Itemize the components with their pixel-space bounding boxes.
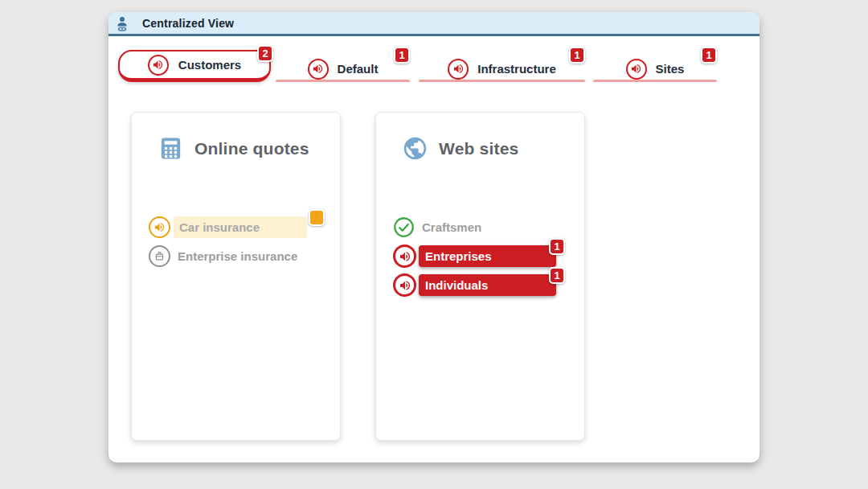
service-row-craftsmen[interactable]: Craftsmen xyxy=(393,216,576,238)
globe-icon xyxy=(402,135,428,162)
speaker-icon xyxy=(393,273,416,297)
service-label: Car insurance xyxy=(179,220,260,234)
tab-sites[interactable]: Sites 1 xyxy=(593,47,717,82)
tab-customers[interactable]: Customers 2 xyxy=(118,47,271,82)
critical-pill[interactable]: Individuals 1 xyxy=(419,274,556,296)
count-badge: 1 xyxy=(549,267,565,284)
card-online-quotes: Online quotes Car insurance 1 E xyxy=(131,112,341,441)
card-title: Web sites xyxy=(439,139,518,158)
service-label: Enterprise insurance xyxy=(178,249,297,263)
calculator-icon xyxy=(158,135,184,162)
service-row-car-insurance[interactable]: Car insurance 1 xyxy=(149,216,332,238)
speaker-icon xyxy=(149,216,170,238)
service-list: Car insurance 1 Enterprise insurance xyxy=(149,216,332,274)
tab-count-badge: 2 xyxy=(257,45,273,62)
speaker-icon xyxy=(626,59,647,80)
card-title-row: Web sites xyxy=(402,135,518,162)
service-row-individuals[interactable]: Individuals 1 xyxy=(393,274,576,296)
tab-label: Customers xyxy=(178,58,241,72)
card-web-sites: Web sites Craftsmen Entreprises 1 xyxy=(375,112,585,441)
service-row-entreprises[interactable]: Entreprises 1 xyxy=(393,245,576,267)
tab-default-content[interactable]: Default xyxy=(276,58,410,80)
tab-default[interactable]: Default 1 xyxy=(276,47,410,82)
acknowledged-highlight[interactable]: Car insurance 1 xyxy=(174,216,307,238)
tab-customers-pill[interactable]: Customers xyxy=(118,50,271,82)
tab-infrastructure-content[interactable]: Infrastructure xyxy=(419,58,585,80)
tab-underline xyxy=(419,80,585,82)
downtime-icon xyxy=(149,245,170,267)
speaker-icon xyxy=(393,244,416,268)
tab-underline xyxy=(276,80,410,82)
page-title: Centralized View xyxy=(142,17,234,30)
tab-infrastructure[interactable]: Infrastructure 1 xyxy=(419,47,585,82)
tab-label: Infrastructure xyxy=(477,62,556,76)
card-title-row: Online quotes xyxy=(158,135,309,162)
service-list: Craftsmen Entreprises 1 xyxy=(393,216,576,303)
service-label: Individuals xyxy=(425,278,488,292)
card-title: Online quotes xyxy=(194,139,309,158)
tab-label: Default xyxy=(338,62,379,76)
check-icon xyxy=(393,216,415,238)
critical-pill[interactable]: Entreprises 1 xyxy=(419,245,556,267)
tab-underline xyxy=(593,80,717,82)
service-row-enterprise-insurance[interactable]: Enterprise insurance xyxy=(149,245,332,267)
service-label: Entreprises xyxy=(425,249,492,263)
desktop-background: Centralized View Customers 2 Default 1 xyxy=(0,0,868,489)
speaker-icon xyxy=(448,59,469,80)
contacts-icon xyxy=(115,15,129,33)
count-badge: 1 xyxy=(549,238,565,255)
speaker-icon xyxy=(308,59,329,80)
tab-count-badge: 1 xyxy=(394,47,410,64)
tab-count-badge: 1 xyxy=(569,47,585,64)
tab-sites-content[interactable]: Sites xyxy=(593,58,717,80)
tab-count-badge: 1 xyxy=(701,47,717,64)
tab-label: Sites xyxy=(656,62,685,76)
count-badge: 1 xyxy=(309,209,325,226)
speaker-icon xyxy=(148,55,169,76)
service-label: Craftsmen xyxy=(422,220,481,234)
centralized-view-window: Centralized View Customers 2 Default 1 xyxy=(108,12,760,462)
window-header: Centralized View xyxy=(108,12,760,36)
